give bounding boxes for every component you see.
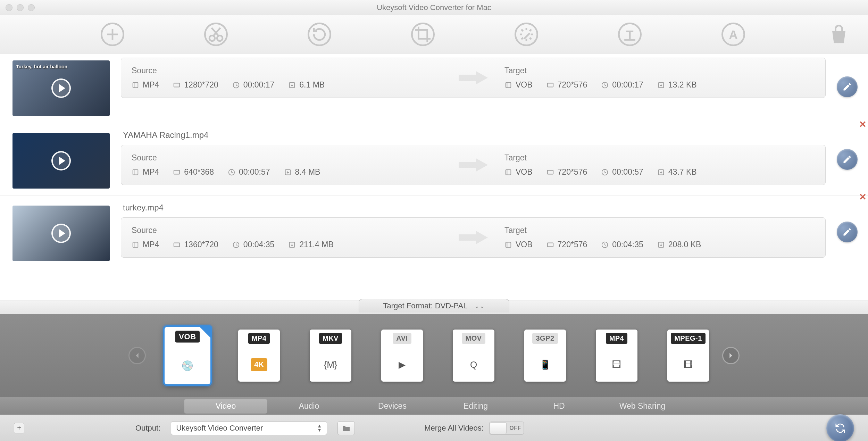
svg-rect-27 — [174, 83, 180, 87]
format-badge: MP4 — [248, 333, 270, 344]
main-toolbar: T A — [0, 15, 868, 53]
edit-row-button[interactable] — [837, 76, 858, 97]
format-mpeg-1[interactable]: MPEG-1 🎞 — [667, 330, 709, 382]
format-3gp2[interactable]: 3GP2 📱 — [524, 330, 566, 382]
svg-point-3 — [205, 23, 227, 45]
category-video[interactable]: Video — [184, 399, 267, 414]
duration-spec: 00:00:17 — [601, 80, 643, 90]
play-icon — [51, 78, 71, 98]
format-spec: MP4 — [132, 240, 159, 249]
target-panel: Target VOB 720*576 00:00:17 13.2 KB — [494, 58, 825, 98]
resolution-spec: 720*576 — [546, 240, 587, 249]
duration-spec: 00:00:57 — [601, 167, 643, 177]
resolution-spec: 1280*720 — [173, 80, 218, 90]
crop-button[interactable] — [408, 19, 438, 50]
svg-line-19 — [524, 33, 530, 39]
svg-rect-47 — [174, 243, 180, 247]
target-label: Target — [504, 226, 815, 235]
svg-rect-45 — [133, 242, 138, 247]
zoom-window-icon[interactable] — [28, 4, 35, 11]
svg-rect-37 — [174, 170, 180, 174]
video-thumbnail[interactable] — [12, 133, 110, 189]
trim-button[interactable] — [201, 19, 231, 50]
format-icon: 🎞 — [604, 352, 629, 377]
source-label: Source — [132, 153, 442, 163]
file-name: YAMAHA Racing1.mp4 — [121, 130, 826, 140]
file-row: ✕ turkey.mp4 Source MP4 1360*720 00:04:3… — [0, 195, 868, 268]
edit-row-button[interactable] — [837, 222, 858, 242]
svg-point-8 — [308, 23, 330, 45]
arrow-icon — [452, 218, 494, 257]
formats-next-button[interactable] — [722, 347, 740, 364]
format-spec: VOB — [504, 240, 533, 249]
shop-button[interactable] — [824, 19, 854, 50]
format-mp4[interactable]: MP4 🎞 — [596, 330, 637, 382]
formats-prev-button[interactable] — [128, 347, 146, 364]
titlebar: Ukeysoft Video Converter for Mac — [0, 0, 868, 15]
target-panel: Target VOB 720*576 00:04:35 208.0 KB — [494, 218, 825, 257]
bottom-bar: + Output: Ukeysoft Video Converter ▲▼ Me… — [0, 415, 868, 441]
remove-row-button[interactable]: ✕ — [859, 120, 867, 129]
category-editing[interactable]: Editing — [434, 399, 517, 414]
category-hd[interactable]: HD — [517, 399, 601, 414]
format-mp4[interactable]: MP4 4K — [238, 330, 280, 382]
rotate-button[interactable] — [304, 19, 335, 50]
target-panel: Target VOB 720*576 00:00:57 43.7 KB — [494, 145, 825, 185]
open-folder-button[interactable] — [337, 421, 355, 435]
close-window-icon[interactable] — [6, 4, 12, 11]
watermark-button[interactable]: T — [615, 19, 645, 50]
size-spec: 13.2 KB — [657, 80, 697, 90]
format-badge: 3GP2 — [532, 333, 558, 344]
file-row: ✕ YAMAHA Racing1.mp4 Source MP4 640*368 … — [0, 123, 868, 195]
category-devices[interactable]: Devices — [351, 399, 434, 414]
conversion-panel: Source MP4 640*368 00:00:57 8.4 MB Targe… — [121, 145, 826, 185]
format-icon: 🎞 — [676, 352, 700, 377]
output-folder-select[interactable]: Ukeysoft Video Converter ▲▼ — [171, 421, 327, 435]
resolution-spec: 720*576 — [546, 80, 587, 90]
resolution-spec: 1360*720 — [173, 240, 218, 249]
format-mov[interactable]: MOV Q — [453, 330, 494, 382]
svg-line-17 — [530, 29, 532, 31]
minimize-window-icon[interactable] — [17, 4, 24, 11]
svg-rect-35 — [133, 169, 138, 175]
format-badge: AVI — [393, 333, 411, 344]
remove-row-button[interactable]: ✕ — [859, 192, 867, 201]
arrow-icon — [452, 145, 494, 185]
output-label: Output: — [135, 424, 160, 433]
source-panel: Source MP4 640*368 00:00:57 8.4 MB — [121, 145, 452, 185]
play-icon — [51, 151, 71, 170]
file-row: Turkey, hot air balloon Source MP4 1280*… — [0, 53, 868, 123]
video-thumbnail[interactable]: Turkey, hot air balloon — [12, 60, 110, 116]
merge-toggle[interactable]: OFF — [489, 422, 524, 435]
window-title: Ukeysoft Video Converter for Mac — [377, 3, 491, 12]
video-thumbnail[interactable] — [12, 206, 110, 261]
folder-icon — [342, 425, 350, 432]
effect-button[interactable] — [511, 19, 542, 50]
source-panel: Source MP4 1360*720 00:04:35 211.4 MB — [121, 218, 452, 257]
svg-text:A: A — [729, 27, 737, 41]
target-format-label: Target Format: DVD-PAL — [383, 301, 468, 310]
add-small-button[interactable]: + — [14, 423, 24, 433]
merge-control: Merge All Videos: OFF — [424, 422, 524, 435]
target-format-toggle[interactable]: Target Format: DVD-PAL ⌄⌄ — [359, 299, 510, 313]
format-avi[interactable]: AVI ▶ — [381, 330, 423, 382]
category-web-sharing[interactable]: Web Sharing — [601, 399, 684, 414]
source-label: Source — [132, 66, 442, 75]
add-file-button[interactable] — [97, 19, 128, 50]
format-icon: ▶ — [390, 352, 414, 377]
format-badge: VOB — [175, 331, 200, 343]
subtitle-button[interactable]: A — [718, 19, 749, 50]
source-label: Source — [132, 226, 442, 235]
format-icon: 📱 — [533, 352, 557, 377]
format-vob[interactable]: VOB 💿 — [165, 327, 210, 384]
output-folder-value: Ukeysoft Video Converter — [176, 424, 263, 433]
format-mkv[interactable]: MKV {M} — [310, 330, 351, 382]
convert-button[interactable] — [826, 414, 854, 441]
size-spec: 6.1 MB — [288, 80, 325, 90]
target-format-bar: Target Format: DVD-PAL ⌄⌄ — [0, 300, 868, 314]
edit-row-button[interactable] — [837, 149, 858, 170]
category-audio[interactable]: Audio — [267, 399, 351, 414]
resolution-spec: 640*368 — [173, 167, 214, 177]
file-name: turkey.mp4 — [121, 203, 826, 213]
duration-spec: 00:00:57 — [228, 167, 270, 177]
